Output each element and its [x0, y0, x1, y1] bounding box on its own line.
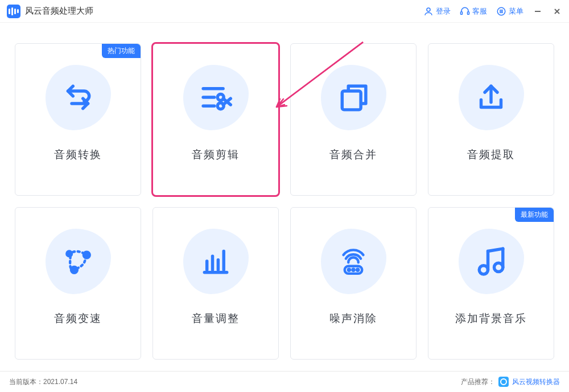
titlebar: 风云音频处理大师 登录 客服 菜单 — [0, 0, 569, 23]
support-label: 客服 — [472, 6, 487, 16]
cut-icon — [182, 63, 250, 131]
card-label: 噪声消除 — [329, 311, 377, 326]
denoise-icon — [319, 227, 387, 295]
svg-rect-2 — [468, 11, 469, 14]
svg-point-0 — [427, 8, 430, 11]
card-label: 音频合并 — [329, 147, 377, 162]
extract-icon — [457, 63, 525, 131]
svg-point-30 — [357, 269, 358, 271]
menu-icon — [496, 6, 506, 16]
card-denoise[interactable]: 噪声消除 — [290, 207, 417, 360]
convert-icon — [44, 63, 112, 131]
app-title: 风云音频处理大师 — [25, 6, 93, 16]
card-volume-adjust[interactable]: 音量调整 — [152, 207, 279, 360]
hot-badge: 热门功能 — [102, 44, 141, 58]
card-audio-extract[interactable]: 音频提取 — [428, 43, 554, 196]
headset-icon — [460, 6, 470, 16]
svg-point-29 — [352, 269, 354, 271]
promo-product[interactable]: 风云视频转换器 — [512, 377, 560, 387]
card-bgm[interactable]: 最新功能 添加背景音乐 — [428, 207, 554, 360]
login-label: 登录 — [436, 6, 451, 16]
promo-label: 产品推荐： — [461, 377, 495, 387]
app-logo-icon — [7, 5, 20, 18]
minimize-icon — [534, 7, 542, 15]
music-icon — [457, 227, 525, 295]
card-audio-cut[interactable]: 音频剪辑 — [152, 43, 279, 196]
merge-icon — [319, 63, 387, 131]
svg-line-35 — [488, 249, 503, 251]
speed-icon — [44, 227, 112, 295]
svg-point-28 — [348, 269, 350, 271]
volume-icon — [182, 227, 250, 295]
minimize-button[interactable] — [533, 6, 543, 16]
svg-rect-17 — [342, 91, 361, 110]
version-label: 当前版本： — [9, 377, 43, 387]
close-icon — [553, 7, 561, 15]
card-audio-convert[interactable]: 热门功能 音频转换 — [15, 43, 141, 196]
card-label: 音频转换 — [54, 147, 102, 162]
card-label: 音频变速 — [54, 311, 102, 326]
card-label: 添加背景音乐 — [455, 311, 527, 326]
footer: 当前版本： 2021.07.14 产品推荐： 风云视频转换器 — [0, 371, 569, 392]
card-audio-speed[interactable]: 音频变速 — [15, 207, 141, 360]
svg-rect-1 — [461, 11, 463, 14]
card-label: 音频剪辑 — [192, 147, 240, 162]
close-button[interactable] — [552, 6, 562, 16]
promo-logo-icon — [498, 377, 509, 387]
card-label: 音量调整 — [192, 311, 240, 326]
support-button[interactable]: 客服 — [460, 6, 487, 16]
user-icon — [423, 6, 434, 16]
login-button[interactable]: 登录 — [423, 6, 451, 16]
menu-label: 菜单 — [509, 6, 523, 16]
card-audio-merge[interactable]: 音频合并 — [290, 43, 417, 196]
version-value: 2021.07.14 — [43, 378, 77, 386]
feature-grid: 热门功能 音频转换 音频 — [0, 23, 569, 371]
new-badge: 最新功能 — [515, 208, 554, 222]
card-label: 音频提取 — [467, 147, 515, 162]
menu-button[interactable]: 菜单 — [496, 6, 523, 16]
